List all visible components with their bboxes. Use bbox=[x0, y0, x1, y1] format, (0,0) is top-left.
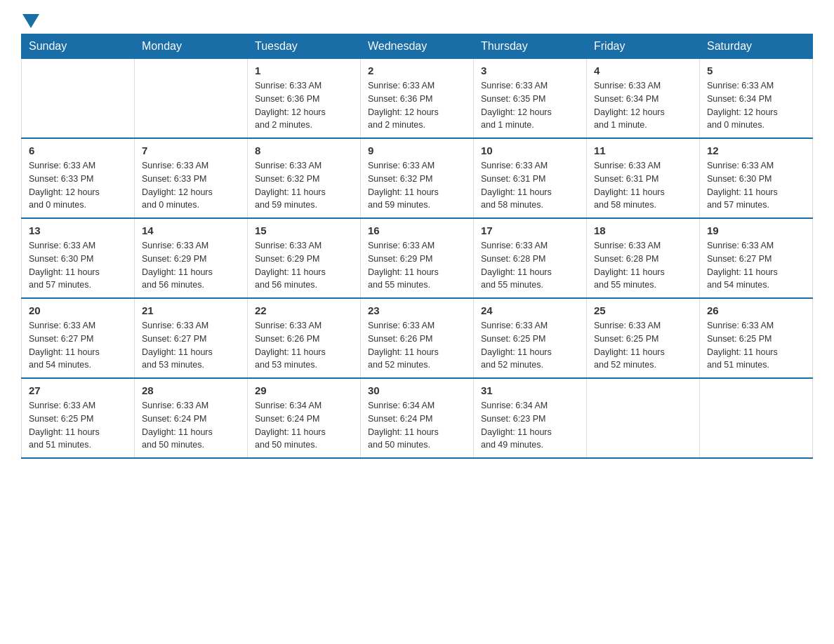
calendar-cell: 5Sunrise: 6:33 AM Sunset: 6:34 PM Daylig… bbox=[700, 59, 813, 139]
calendar-cell: 18Sunrise: 6:33 AM Sunset: 6:28 PM Dayli… bbox=[587, 218, 700, 298]
header-day-wednesday: Wednesday bbox=[361, 34, 474, 59]
header-day-sunday: Sunday bbox=[22, 34, 135, 59]
calendar-cell: 13Sunrise: 6:33 AM Sunset: 6:30 PM Dayli… bbox=[22, 218, 135, 298]
day-info: Sunrise: 6:33 AM Sunset: 6:27 PM Dayligh… bbox=[29, 319, 127, 372]
day-number: 1 bbox=[255, 65, 353, 76]
day-number: 27 bbox=[29, 384, 127, 396]
day-info: Sunrise: 6:33 AM Sunset: 6:33 PM Dayligh… bbox=[142, 159, 240, 212]
header-day-friday: Friday bbox=[587, 34, 700, 59]
calendar-cell: 1Sunrise: 6:33 AM Sunset: 6:36 PM Daylig… bbox=[248, 59, 361, 139]
day-number: 12 bbox=[707, 145, 805, 156]
week-row-3: 13Sunrise: 6:33 AM Sunset: 6:30 PM Dayli… bbox=[22, 218, 813, 298]
day-number: 15 bbox=[255, 224, 353, 236]
day-info: Sunrise: 6:33 AM Sunset: 6:27 PM Dayligh… bbox=[142, 319, 240, 372]
calendar-cell: 7Sunrise: 6:33 AM Sunset: 6:33 PM Daylig… bbox=[135, 138, 248, 218]
day-info: Sunrise: 6:33 AM Sunset: 6:31 PM Dayligh… bbox=[594, 159, 692, 212]
day-number: 19 bbox=[707, 224, 805, 236]
calendar-cell: 16Sunrise: 6:33 AM Sunset: 6:29 PM Dayli… bbox=[361, 218, 474, 298]
week-row-1: 1Sunrise: 6:33 AM Sunset: 6:36 PM Daylig… bbox=[22, 59, 813, 139]
calendar-cell: 25Sunrise: 6:33 AM Sunset: 6:25 PM Dayli… bbox=[587, 298, 700, 378]
day-info: Sunrise: 6:33 AM Sunset: 6:28 PM Dayligh… bbox=[481, 239, 579, 292]
calendar-cell: 23Sunrise: 6:33 AM Sunset: 6:26 PM Dayli… bbox=[361, 298, 474, 378]
calendar-cell bbox=[22, 59, 135, 139]
day-number: 18 bbox=[594, 224, 692, 236]
day-info: Sunrise: 6:33 AM Sunset: 6:34 PM Dayligh… bbox=[707, 79, 805, 132]
day-info: Sunrise: 6:33 AM Sunset: 6:32 PM Dayligh… bbox=[368, 159, 466, 212]
day-info: Sunrise: 6:33 AM Sunset: 6:27 PM Dayligh… bbox=[707, 239, 805, 292]
header-day-thursday: Thursday bbox=[474, 34, 587, 59]
day-info: Sunrise: 6:33 AM Sunset: 6:36 PM Dayligh… bbox=[255, 79, 353, 132]
day-number: 10 bbox=[481, 145, 579, 156]
calendar-cell: 10Sunrise: 6:33 AM Sunset: 6:31 PM Dayli… bbox=[474, 138, 587, 218]
header-day-monday: Monday bbox=[135, 34, 248, 59]
day-number: 17 bbox=[481, 224, 579, 236]
day-info: Sunrise: 6:33 AM Sunset: 6:33 PM Dayligh… bbox=[29, 159, 127, 212]
day-number: 6 bbox=[29, 145, 127, 156]
day-info: Sunrise: 6:33 AM Sunset: 6:26 PM Dayligh… bbox=[255, 319, 353, 372]
week-row-2: 6Sunrise: 6:33 AM Sunset: 6:33 PM Daylig… bbox=[22, 138, 813, 218]
calendar-cell: 3Sunrise: 6:33 AM Sunset: 6:35 PM Daylig… bbox=[474, 59, 587, 139]
calendar-header: SundayMondayTuesdayWednesdayThursdayFrid… bbox=[22, 34, 813, 59]
calendar-cell: 20Sunrise: 6:33 AM Sunset: 6:27 PM Dayli… bbox=[22, 298, 135, 378]
day-info: Sunrise: 6:34 AM Sunset: 6:24 PM Dayligh… bbox=[255, 399, 353, 452]
calendar-cell: 27Sunrise: 6:33 AM Sunset: 6:25 PM Dayli… bbox=[22, 378, 135, 458]
day-info: Sunrise: 6:33 AM Sunset: 6:29 PM Dayligh… bbox=[255, 239, 353, 292]
day-number: 20 bbox=[29, 304, 127, 316]
day-number: 22 bbox=[255, 304, 353, 316]
day-info: Sunrise: 6:33 AM Sunset: 6:35 PM Dayligh… bbox=[481, 79, 579, 132]
day-number: 23 bbox=[368, 304, 466, 316]
calendar-cell: 4Sunrise: 6:33 AM Sunset: 6:34 PM Daylig… bbox=[587, 59, 700, 139]
day-number: 14 bbox=[142, 224, 240, 236]
header-row: SundayMondayTuesdayWednesdayThursdayFrid… bbox=[22, 34, 813, 59]
logo bbox=[21, 14, 41, 27]
calendar-cell: 8Sunrise: 6:33 AM Sunset: 6:32 PM Daylig… bbox=[248, 138, 361, 218]
calendar-body: 1Sunrise: 6:33 AM Sunset: 6:36 PM Daylig… bbox=[22, 59, 813, 459]
day-info: Sunrise: 6:33 AM Sunset: 6:26 PM Dayligh… bbox=[368, 319, 466, 372]
day-number: 11 bbox=[594, 145, 692, 156]
calendar-cell: 14Sunrise: 6:33 AM Sunset: 6:29 PM Dayli… bbox=[135, 218, 248, 298]
day-number: 25 bbox=[594, 304, 692, 316]
week-row-4: 20Sunrise: 6:33 AM Sunset: 6:27 PM Dayli… bbox=[22, 298, 813, 378]
day-info: Sunrise: 6:33 AM Sunset: 6:25 PM Dayligh… bbox=[481, 319, 579, 372]
day-number: 4 bbox=[594, 65, 692, 76]
day-number: 26 bbox=[707, 304, 805, 316]
calendar-cell: 30Sunrise: 6:34 AM Sunset: 6:24 PM Dayli… bbox=[361, 378, 474, 458]
calendar-cell: 6Sunrise: 6:33 AM Sunset: 6:33 PM Daylig… bbox=[22, 138, 135, 218]
calendar-cell: 11Sunrise: 6:33 AM Sunset: 6:31 PM Dayli… bbox=[587, 138, 700, 218]
calendar-cell: 19Sunrise: 6:33 AM Sunset: 6:27 PM Dayli… bbox=[700, 218, 813, 298]
calendar-cell: 26Sunrise: 6:33 AM Sunset: 6:25 PM Dayli… bbox=[700, 298, 813, 378]
calendar-cell: 29Sunrise: 6:34 AM Sunset: 6:24 PM Dayli… bbox=[248, 378, 361, 458]
day-info: Sunrise: 6:33 AM Sunset: 6:30 PM Dayligh… bbox=[707, 159, 805, 212]
day-number: 5 bbox=[707, 65, 805, 76]
day-info: Sunrise: 6:33 AM Sunset: 6:32 PM Dayligh… bbox=[255, 159, 353, 212]
calendar-cell: 28Sunrise: 6:33 AM Sunset: 6:24 PM Dayli… bbox=[135, 378, 248, 458]
page-header bbox=[21, 14, 813, 27]
day-info: Sunrise: 6:33 AM Sunset: 6:36 PM Dayligh… bbox=[368, 79, 466, 132]
calendar-cell: 21Sunrise: 6:33 AM Sunset: 6:27 PM Dayli… bbox=[135, 298, 248, 378]
day-number: 31 bbox=[481, 384, 579, 396]
calendar-cell: 17Sunrise: 6:33 AM Sunset: 6:28 PM Dayli… bbox=[474, 218, 587, 298]
day-info: Sunrise: 6:33 AM Sunset: 6:24 PM Dayligh… bbox=[142, 399, 240, 452]
day-number: 24 bbox=[481, 304, 579, 316]
day-number: 13 bbox=[29, 224, 127, 236]
calendar-table: SundayMondayTuesdayWednesdayThursdayFrid… bbox=[21, 34, 813, 459]
calendar-cell bbox=[700, 378, 813, 458]
day-info: Sunrise: 6:33 AM Sunset: 6:30 PM Dayligh… bbox=[29, 239, 127, 292]
calendar-cell: 31Sunrise: 6:34 AM Sunset: 6:23 PM Dayli… bbox=[474, 378, 587, 458]
calendar-cell: 2Sunrise: 6:33 AM Sunset: 6:36 PM Daylig… bbox=[361, 59, 474, 139]
calendar-cell: 22Sunrise: 6:33 AM Sunset: 6:26 PM Dayli… bbox=[248, 298, 361, 378]
day-number: 28 bbox=[142, 384, 240, 396]
calendar-cell bbox=[587, 378, 700, 458]
header-day-saturday: Saturday bbox=[700, 34, 813, 59]
day-number: 29 bbox=[255, 384, 353, 396]
calendar-cell: 24Sunrise: 6:33 AM Sunset: 6:25 PM Dayli… bbox=[474, 298, 587, 378]
day-number: 30 bbox=[368, 384, 466, 396]
day-number: 8 bbox=[255, 145, 353, 156]
day-number: 21 bbox=[142, 304, 240, 316]
logo-triangle-icon bbox=[22, 14, 39, 28]
day-info: Sunrise: 6:33 AM Sunset: 6:25 PM Dayligh… bbox=[707, 319, 805, 372]
day-info: Sunrise: 6:33 AM Sunset: 6:25 PM Dayligh… bbox=[29, 399, 127, 452]
day-number: 2 bbox=[368, 65, 466, 76]
day-info: Sunrise: 6:33 AM Sunset: 6:34 PM Dayligh… bbox=[594, 79, 692, 132]
day-number: 9 bbox=[368, 145, 466, 156]
